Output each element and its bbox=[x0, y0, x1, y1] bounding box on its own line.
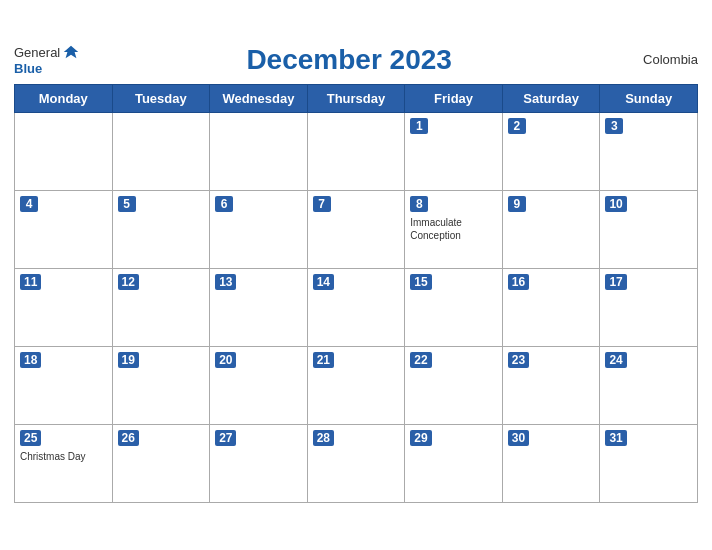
country-label: Colombia bbox=[618, 52, 698, 67]
day-event: Christmas Day bbox=[20, 450, 107, 463]
day-event: Immaculate Conception bbox=[410, 216, 497, 242]
weekday-header-row: MondayTuesdayWednesdayThursdayFridaySatu… bbox=[15, 85, 698, 113]
calendar-header: General Blue December 2023 Colombia bbox=[14, 43, 698, 76]
calendar-cell: 16 bbox=[502, 269, 600, 347]
calendar-cell: 3 bbox=[600, 113, 698, 191]
day-number: 8 bbox=[410, 196, 428, 212]
svg-marker-0 bbox=[64, 46, 78, 59]
day-number: 20 bbox=[215, 352, 236, 368]
week-row-2: 45678Immaculate Conception910 bbox=[15, 191, 698, 269]
day-number: 7 bbox=[313, 196, 331, 212]
day-number: 28 bbox=[313, 430, 334, 446]
calendar-cell: 20 bbox=[210, 347, 308, 425]
calendar-cell: 1 bbox=[405, 113, 503, 191]
calendar-cell: 27 bbox=[210, 425, 308, 503]
day-number: 22 bbox=[410, 352, 431, 368]
calendar-title: December 2023 bbox=[80, 44, 618, 76]
day-number: 4 bbox=[20, 196, 38, 212]
logo-text: General bbox=[14, 43, 80, 61]
calendar-cell: 14 bbox=[307, 269, 405, 347]
logo-area: General Blue bbox=[14, 43, 80, 76]
day-number: 2 bbox=[508, 118, 526, 134]
weekday-header-saturday: Saturday bbox=[502, 85, 600, 113]
day-number: 13 bbox=[215, 274, 236, 290]
calendar-table: MondayTuesdayWednesdayThursdayFridaySatu… bbox=[14, 84, 698, 503]
day-number: 11 bbox=[20, 274, 41, 290]
calendar-cell: 8Immaculate Conception bbox=[405, 191, 503, 269]
day-number: 9 bbox=[508, 196, 526, 212]
calendar-cell: 4 bbox=[15, 191, 113, 269]
day-number: 12 bbox=[118, 274, 139, 290]
calendar-cell: 7 bbox=[307, 191, 405, 269]
calendar-cell: 6 bbox=[210, 191, 308, 269]
calendar-cell: 24 bbox=[600, 347, 698, 425]
weekday-header-tuesday: Tuesday bbox=[112, 85, 210, 113]
calendar-cell bbox=[15, 113, 113, 191]
day-number: 17 bbox=[605, 274, 626, 290]
day-number: 31 bbox=[605, 430, 626, 446]
weekday-header-monday: Monday bbox=[15, 85, 113, 113]
day-number: 15 bbox=[410, 274, 431, 290]
calendar-cell: 23 bbox=[502, 347, 600, 425]
day-number: 29 bbox=[410, 430, 431, 446]
day-number: 23 bbox=[508, 352, 529, 368]
calendar-container: General Blue December 2023 Colombia Mond… bbox=[0, 33, 712, 517]
day-number: 16 bbox=[508, 274, 529, 290]
calendar-cell: 9 bbox=[502, 191, 600, 269]
week-row-5: 25Christmas Day262728293031 bbox=[15, 425, 698, 503]
day-number: 5 bbox=[118, 196, 136, 212]
day-number: 14 bbox=[313, 274, 334, 290]
calendar-cell: 15 bbox=[405, 269, 503, 347]
calendar-cell: 22 bbox=[405, 347, 503, 425]
weekday-header-thursday: Thursday bbox=[307, 85, 405, 113]
week-row-1: 123 bbox=[15, 113, 698, 191]
calendar-cell bbox=[307, 113, 405, 191]
week-row-4: 18192021222324 bbox=[15, 347, 698, 425]
day-number: 19 bbox=[118, 352, 139, 368]
calendar-cell: 28 bbox=[307, 425, 405, 503]
weekday-header-sunday: Sunday bbox=[600, 85, 698, 113]
calendar-cell: 21 bbox=[307, 347, 405, 425]
day-number: 30 bbox=[508, 430, 529, 446]
calendar-cell: 19 bbox=[112, 347, 210, 425]
day-number: 27 bbox=[215, 430, 236, 446]
calendar-cell: 29 bbox=[405, 425, 503, 503]
day-number: 25 bbox=[20, 430, 41, 446]
logo-bird-icon bbox=[62, 43, 80, 61]
day-number: 3 bbox=[605, 118, 623, 134]
calendar-cell: 25Christmas Day bbox=[15, 425, 113, 503]
calendar-cell bbox=[112, 113, 210, 191]
calendar-cell: 13 bbox=[210, 269, 308, 347]
calendar-cell: 31 bbox=[600, 425, 698, 503]
day-number: 10 bbox=[605, 196, 626, 212]
calendar-cell: 30 bbox=[502, 425, 600, 503]
calendar-cell bbox=[210, 113, 308, 191]
day-number: 26 bbox=[118, 430, 139, 446]
calendar-cell: 10 bbox=[600, 191, 698, 269]
calendar-cell: 26 bbox=[112, 425, 210, 503]
logo-blue-text: Blue bbox=[14, 61, 42, 76]
calendar-cell: 2 bbox=[502, 113, 600, 191]
day-number: 6 bbox=[215, 196, 233, 212]
week-row-3: 11121314151617 bbox=[15, 269, 698, 347]
day-number: 24 bbox=[605, 352, 626, 368]
day-number: 21 bbox=[313, 352, 334, 368]
weekday-header-wednesday: Wednesday bbox=[210, 85, 308, 113]
calendar-cell: 18 bbox=[15, 347, 113, 425]
logo-general-text: General bbox=[14, 45, 60, 60]
calendar-cell: 17 bbox=[600, 269, 698, 347]
calendar-cell: 11 bbox=[15, 269, 113, 347]
calendar-cell: 12 bbox=[112, 269, 210, 347]
day-number: 1 bbox=[410, 118, 428, 134]
day-number: 18 bbox=[20, 352, 41, 368]
calendar-cell: 5 bbox=[112, 191, 210, 269]
weekday-header-friday: Friday bbox=[405, 85, 503, 113]
